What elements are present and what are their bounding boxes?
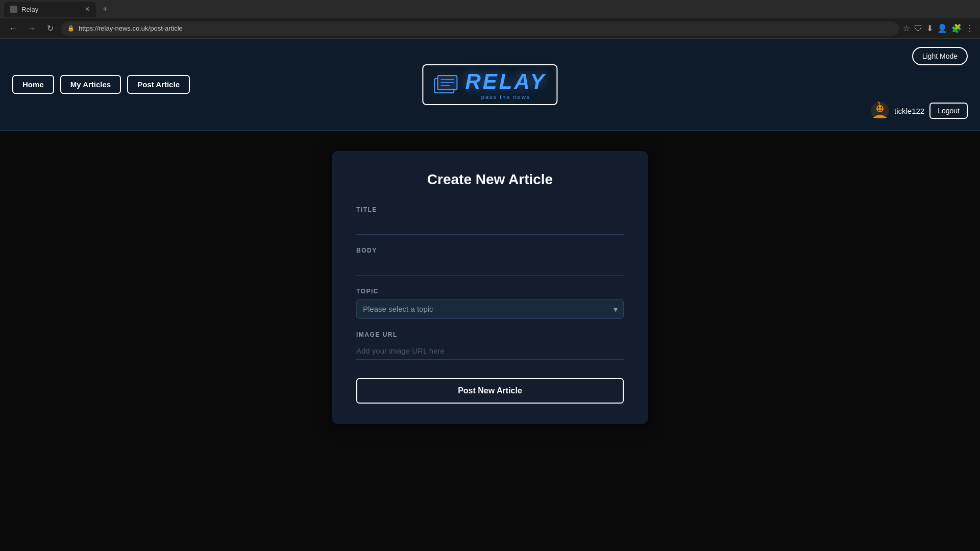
- lock-icon: 🔒: [67, 25, 75, 32]
- logout-button[interactable]: Logout: [929, 103, 968, 119]
- topic-label: TOPIC: [356, 288, 624, 295]
- app-header: Home My Articles Post Article RELAY pass…: [0, 39, 980, 131]
- topic-select[interactable]: Please select a topic Technology Sports …: [356, 299, 624, 319]
- tab-favicon: [10, 6, 17, 13]
- forward-button[interactable]: →: [24, 21, 39, 36]
- avatar: [871, 102, 889, 120]
- logo-relay-text: RELAY: [465, 69, 546, 94]
- submit-button[interactable]: Post New Article: [356, 378, 624, 404]
- toolbar-actions: ☆ 🛡 ⬇ 👤 🧩 ⋮: [903, 23, 974, 33]
- bookmark-icon[interactable]: ☆: [903, 23, 910, 33]
- tab-close-button[interactable]: ✕: [85, 6, 90, 13]
- main-content: Create New Article TITLE BODY TOPIC Plea…: [0, 131, 980, 551]
- address-bar[interactable]: 🔒 https://relay-news.co.uk/post-article: [61, 21, 899, 36]
- logo-tagline-text: pass the news: [481, 94, 530, 100]
- svg-point-7: [877, 107, 879, 109]
- menu-icon[interactable]: ⋮: [966, 23, 974, 33]
- logo-box: RELAY pass the news: [422, 64, 557, 105]
- image-url-input[interactable]: [356, 342, 624, 360]
- browser-toolbar: ← → ↻ 🔒 https://relay-news.co.uk/post-ar…: [0, 18, 980, 39]
- title-group: TITLE: [356, 206, 624, 235]
- logo-container: RELAY pass the news: [422, 64, 557, 105]
- title-label: TITLE: [356, 206, 624, 213]
- new-tab-button[interactable]: +: [98, 2, 112, 16]
- nav-left: Home My Articles Post Article: [12, 75, 190, 94]
- url-text: https://relay-news.co.uk/post-article: [79, 24, 183, 32]
- username-label: tickle122: [894, 107, 924, 115]
- topic-group: TOPIC Please select a topic Technology S…: [356, 288, 624, 319]
- active-tab[interactable]: Relay ✕: [4, 2, 96, 17]
- body-input[interactable]: [356, 258, 624, 276]
- tab-bar: Relay ✕ +: [0, 0, 980, 18]
- profile-icon[interactable]: 👤: [937, 23, 947, 33]
- app-wrapper: Home My Articles Post Article RELAY pass…: [0, 39, 980, 551]
- topic-select-wrapper: Please select a topic Technology Sports …: [356, 299, 624, 319]
- svg-point-10: [878, 102, 879, 103]
- my-articles-button[interactable]: My Articles: [60, 75, 121, 94]
- extensions-icon[interactable]: 🧩: [951, 23, 962, 33]
- tab-title: Relay: [21, 6, 38, 13]
- body-group: BODY: [356, 247, 624, 276]
- back-button[interactable]: ←: [6, 21, 20, 36]
- download-icon[interactable]: ⬇: [926, 23, 933, 33]
- title-input[interactable]: [356, 217, 624, 235]
- user-section: tickle122 Logout: [871, 102, 968, 120]
- light-mode-button[interactable]: Light Mode: [912, 47, 968, 65]
- svg-point-8: [880, 107, 882, 109]
- browser-chrome: Relay ✕ + ← → ↻ 🔒 https://relay-news.co.…: [0, 0, 980, 39]
- body-label: BODY: [356, 247, 624, 254]
- shield-icon: 🛡: [914, 24, 922, 33]
- form-title: Create New Article: [356, 171, 624, 188]
- refresh-button[interactable]: ↻: [43, 21, 57, 36]
- article-form-card: Create New Article TITLE BODY TOPIC Plea…: [332, 151, 648, 424]
- image-url-label: IMAGE URL: [356, 331, 624, 338]
- image-url-group: IMAGE URL: [356, 331, 624, 360]
- home-button[interactable]: Home: [12, 75, 54, 94]
- logo-text-group: RELAY pass the news: [465, 69, 546, 100]
- post-article-button[interactable]: Post Article: [127, 75, 190, 94]
- newspaper-icon: [433, 74, 459, 95]
